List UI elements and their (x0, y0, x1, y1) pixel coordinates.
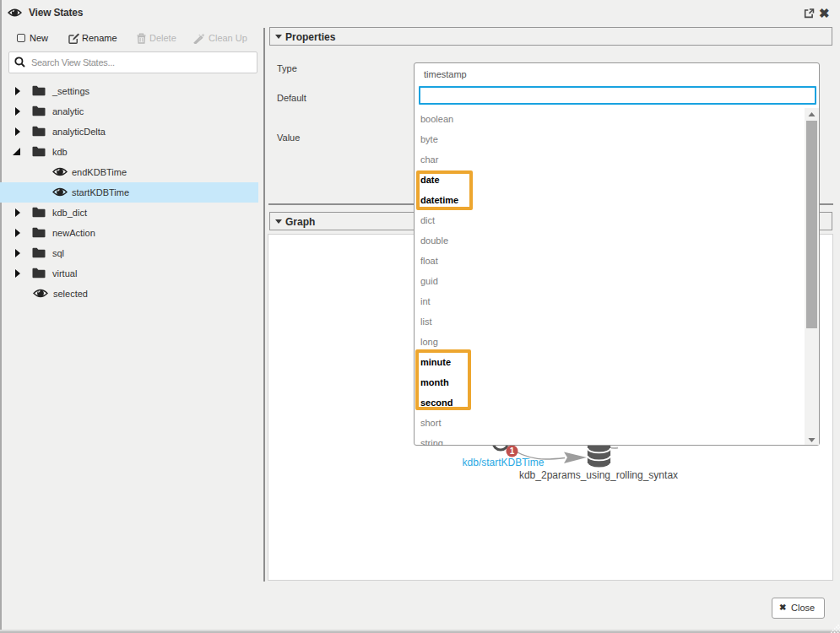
svg-text:kdb/startKDBTime: kdb/startKDBTime (463, 457, 545, 468)
svg-text:kdb_2params_using_rolling_synt: kdb_2params_using_rolling_syntax (519, 469, 678, 481)
svg-text:1: 1 (510, 446, 515, 456)
